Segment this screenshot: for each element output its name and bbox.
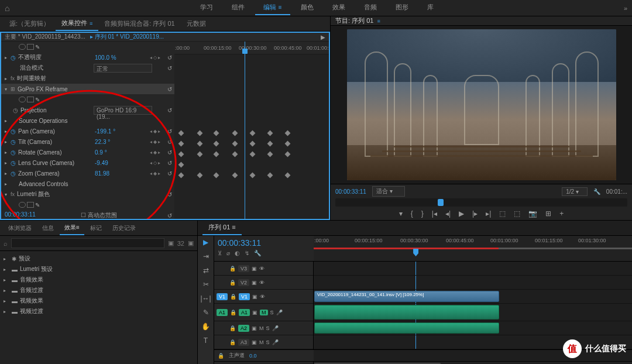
tab-edit[interactable]: 编辑≡	[255, 1, 290, 15]
track-a2-header[interactable]: 🔒A2▣MS🎤	[214, 321, 313, 335]
program-monitor[interactable]	[331, 26, 632, 184]
lock-icon[interactable]: 🔒	[229, 339, 236, 345]
reset-icon[interactable]: ↺	[167, 160, 172, 166]
snap-icon[interactable]: ⊻	[218, 250, 222, 256]
eye-icon[interactable]: 👁	[260, 294, 265, 300]
solo-icon[interactable]: S	[266, 325, 270, 331]
stopwatch-icon[interactable]: ◷	[11, 160, 16, 166]
audio-clip-a2[interactable]	[314, 322, 499, 334]
reset-icon[interactable]: ↺	[167, 128, 172, 135]
ptab-effect-controls[interactable]: 效果控件≡	[56, 16, 98, 31]
lock-icon[interactable]: 🔒	[230, 310, 236, 315]
eye-icon[interactable]: 👁	[259, 280, 265, 286]
fx-icon[interactable]: fx	[11, 191, 15, 197]
type-tool-icon[interactable]: T	[204, 336, 208, 345]
link-icon[interactable]: ⌀	[226, 250, 230, 256]
target-icon[interactable]: ▣	[252, 325, 257, 331]
keyframe-nav[interactable]: ◂ ◆ ▸	[150, 129, 160, 134]
reset-icon[interactable]: ↺	[167, 212, 172, 219]
track-v2-header[interactable]: 🔒V2▣👁	[214, 276, 313, 290]
zoom-slider[interactable]: ━━━	[257, 361, 270, 364]
ptab-markers[interactable]: 标记	[85, 222, 107, 235]
timeline-ruler-area[interactable]: :00:00 00:00:15:00 00:00:30:00 00:00:45:…	[314, 236, 632, 261]
tab-library[interactable]: 库	[419, 1, 442, 15]
program-scrubber[interactable]	[335, 198, 627, 207]
mute-icon[interactable]: M	[259, 325, 264, 331]
prop-lumetri[interactable]: Lumetri 颜色	[17, 190, 50, 198]
stopwatch-off-icon[interactable]: ◷	[13, 107, 18, 114]
prop-source-ops[interactable]: Source Operations	[19, 118, 67, 124]
twisty-icon[interactable]: ▸	[5, 129, 11, 134]
master-level[interactable]: 0.0	[249, 353, 257, 359]
tree-video-fx[interactable]: ▸▬视频效果	[4, 296, 194, 306]
ptab-effects[interactable]: 效果≡	[60, 221, 84, 235]
zoom-in-icon[interactable]: ○	[296, 362, 300, 365]
play-icon[interactable]: ▶	[459, 210, 464, 218]
twisty-icon[interactable]: ▸	[5, 55, 11, 60]
program-out-time[interactable]: 00:01:...	[606, 188, 627, 195]
prop-rotate[interactable]: Rotate (Camera)	[18, 149, 61, 156]
tab-audio[interactable]: 音频	[356, 1, 385, 15]
hand-tool-icon[interactable]: ✋	[201, 322, 210, 331]
tree-presets[interactable]: ▸✱预设	[4, 253, 194, 264]
program-current-time[interactable]: 00:00:33:11	[335, 188, 366, 195]
mask-pen-icon[interactable]: ✎	[35, 44, 42, 50]
keyframe-nav[interactable]: ◂ ◆ ▸	[150, 150, 160, 155]
selection-tool-icon[interactable]: ▶	[203, 238, 208, 246]
panel-menu-icon[interactable]: ≡	[76, 224, 80, 231]
sequence-settings-icon[interactable]: ↯	[245, 250, 249, 256]
prop-tilt[interactable]: Tilt (Camera)	[18, 139, 52, 145]
prop-opacity[interactable]: 不透明度	[18, 53, 42, 61]
tab-effects[interactable]: 效果	[324, 1, 353, 15]
kf-track-rotate[interactable]	[174, 149, 329, 160]
ripple-tool-icon[interactable]: ⇄	[203, 266, 209, 274]
twisty-icon[interactable]: ▸	[5, 118, 11, 123]
prop-projection[interactable]: Projection	[20, 107, 46, 114]
prop-gopro-reframe[interactable]: GoPro FX Reframe	[18, 86, 68, 92]
effect-seq-name[interactable]: ▸ 序列 01 * VID_20200119...	[90, 33, 164, 41]
tab-assembly[interactable]: 组件	[224, 1, 253, 15]
track-v2[interactable]	[314, 276, 632, 290]
twisty-icon[interactable]: ▸	[5, 171, 11, 176]
track-a3-header[interactable]: 🔒A3▣MS🎤	[214, 335, 313, 349]
zoom-value[interactable]: 81.98	[95, 170, 109, 177]
solo-icon[interactable]: S	[270, 310, 274, 315]
mask-ellipse-icon[interactable]	[19, 44, 26, 50]
twisty-icon[interactable]: ▸	[5, 181, 11, 187]
video-clip[interactable]: VID_20200119_144231_00_141.insv [V] [109…	[314, 291, 499, 302]
filter-accelerated-icon[interactable]: ▣	[168, 239, 174, 247]
overflow-icon[interactable]: »	[624, 5, 627, 12]
tilt-value[interactable]: 22.3 °	[95, 139, 110, 145]
twisty-icon[interactable]: ▾	[5, 192, 11, 197]
mask-pen-icon[interactable]: ✎	[35, 202, 42, 208]
lock-icon[interactable]: 🔒	[229, 280, 236, 286]
stopwatch-icon[interactable]: ◷	[11, 54, 16, 61]
kf-track-lens[interactable]	[174, 160, 329, 170]
slip-tool-icon[interactable]: |↔|	[200, 294, 211, 303]
mark-in-icon[interactable]: {	[411, 210, 413, 218]
add-marker-icon[interactable]: ▾	[399, 210, 403, 218]
filter-32bit-icon[interactable]: 32	[177, 240, 184, 247]
reset-icon[interactable]: ↺	[167, 170, 172, 177]
reset-icon[interactable]: ↺	[167, 86, 172, 92]
goto-out-icon[interactable]: ▸|	[486, 210, 491, 218]
timeline-scrollbar[interactable]	[314, 362, 632, 364]
mute-icon[interactable]: M	[260, 310, 268, 315]
tab-color[interactable]: 颜色	[293, 1, 322, 15]
timeline-track-area[interactable]: VID_20200119_144231_00_141.insv [V] [109…	[314, 262, 632, 349]
mask-rect-icon[interactable]	[27, 97, 34, 102]
prop-zoom[interactable]: Zoom (Camera)	[18, 170, 60, 177]
effect-play-icon[interactable]: ▶	[321, 34, 325, 40]
twisty-icon[interactable]: ▸	[5, 150, 11, 155]
prop-time-remap[interactable]: 时间重映射	[17, 74, 46, 83]
prop-pan[interactable]: Pan (Camera)	[18, 128, 55, 135]
target-icon[interactable]: ▣	[252, 310, 257, 315]
voice-icon[interactable]: 🎤	[272, 325, 279, 331]
stopwatch-icon[interactable]: ◷	[11, 149, 16, 156]
audio-clip-a1[interactable]	[314, 305, 499, 320]
lock-icon[interactable]: 🔒	[229, 266, 236, 272]
lens-value[interactable]: -9.49	[95, 160, 108, 166]
keyframe-nav[interactable]: ◂ ◆ ▸	[150, 139, 160, 145]
lock-icon[interactable]: 🔒	[229, 325, 236, 331]
ptab-history[interactable]: 历史记录	[108, 222, 140, 235]
